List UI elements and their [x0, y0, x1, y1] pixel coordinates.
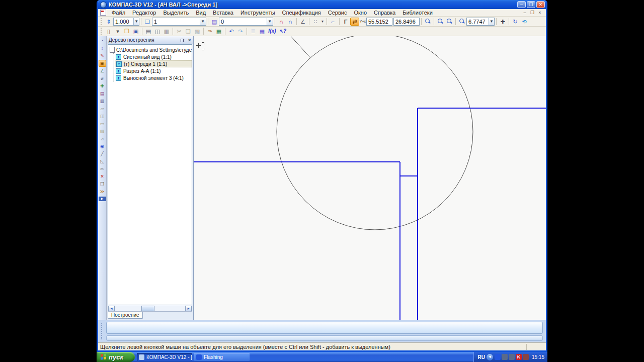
- tree-root-item[interactable]: C:\Documents and Settings\студе: [110, 46, 192, 53]
- insert-view-tool[interactable]: ◉: [99, 143, 106, 150]
- title-bar[interactable]: КОМПАС-3D V12 - [АЧ ВАЛ ->Спереди 1] – ❐…: [98, 0, 546, 9]
- toolbar-grip[interactable]: [101, 28, 103, 35]
- trim-tool[interactable]: ✂: [99, 165, 106, 172]
- geometry-tool[interactable]: ◔: [99, 37, 106, 44]
- zoom-out-icon[interactable]: [436, 18, 445, 26]
- angle-icon[interactable]: ∠: [298, 18, 307, 26]
- tree-item-2[interactable]: tРазрез А-А (1:1): [115, 67, 192, 74]
- snap-settings-icon[interactable]: ∩: [277, 18, 286, 26]
- paste-button[interactable]: ▧: [193, 27, 202, 35]
- context-help-button[interactable]: ↖?: [278, 27, 288, 35]
- network-icon-2[interactable]: [509, 354, 515, 360]
- drawing-canvas[interactable]: [194, 36, 546, 320]
- copy-button[interactable]: ❏: [184, 27, 193, 35]
- coord-x-field[interactable]: 55.5152: [366, 18, 392, 26]
- pan-icon[interactable]: ✚: [498, 18, 507, 26]
- constraints-tool[interactable]: ≫: [99, 188, 106, 195]
- scroll-left-icon[interactable]: ◄: [108, 306, 115, 311]
- chevron-down-icon[interactable]: ▼: [133, 18, 139, 25]
- menu-Вид[interactable]: Вид: [192, 9, 209, 16]
- task-button-0[interactable]: КОМПАС-3D V12 - [А...: [137, 353, 192, 361]
- tree-hscrollbar[interactable]: ◄ ►: [108, 305, 192, 312]
- ortho-drawing-icon[interactable]: Γ: [341, 18, 350, 26]
- zoom-combo[interactable]: ▼: [466, 18, 495, 26]
- reports-tool[interactable]: ▥: [99, 98, 106, 105]
- rebuild-icon[interactable]: ⟲: [520, 18, 529, 26]
- dimensions-tool[interactable]: ↕: [99, 45, 106, 52]
- toolbar-grip[interactable]: [101, 18, 103, 25]
- menu-Инструменты[interactable]: Инструменты: [237, 9, 279, 16]
- views-tool[interactable]: ▣: [99, 60, 106, 67]
- close-button[interactable]: ✕: [536, 1, 545, 8]
- refresh-view-icon[interactable]: ↻: [511, 18, 520, 26]
- hatch-tool[interactable]: ▨: [99, 128, 106, 135]
- properties-button[interactable]: ▦: [214, 27, 223, 35]
- scroll-track[interactable]: [115, 306, 185, 311]
- undo-button[interactable]: ↶: [227, 27, 236, 35]
- chevron-down-icon[interactable]: ▼: [489, 18, 494, 25]
- print-tool[interactable]: ▱: [99, 105, 106, 112]
- delete-tool[interactable]: ✕: [99, 173, 106, 180]
- menu-Окно[interactable]: Окно: [350, 9, 370, 16]
- zoom-input[interactable]: [467, 18, 489, 25]
- menu-Редактор[interactable]: Редактор: [129, 9, 159, 16]
- preview-button[interactable]: ◫: [153, 27, 162, 35]
- menu-Выделить[interactable]: Выделить: [159, 9, 192, 16]
- measure-tool[interactable]: ⌀: [99, 75, 106, 82]
- chevron-down-icon[interactable]: ▼: [320, 18, 325, 26]
- scale-input[interactable]: [114, 18, 133, 25]
- save-button[interactable]: ▣: [131, 27, 140, 35]
- tab-construction[interactable]: Построение: [108, 312, 143, 319]
- specification-tool[interactable]: ▤: [99, 90, 106, 97]
- redo-button[interactable]: ↷: [236, 27, 245, 35]
- view-number-combo[interactable]: ▼: [152, 18, 206, 26]
- layer-combo[interactable]: ▼: [219, 18, 273, 26]
- layer-input[interactable]: [219, 18, 267, 25]
- zoom-in-icon[interactable]: [445, 18, 454, 26]
- mdi-minimize-button[interactable]: –: [522, 10, 528, 15]
- copy-view-tool[interactable]: ◫: [99, 113, 106, 120]
- menu-Сервис[interactable]: Сервис: [325, 9, 351, 16]
- view-number-input[interactable]: [152, 18, 200, 25]
- frame-tool[interactable]: ▭: [99, 120, 106, 127]
- cut-button[interactable]: ✂: [175, 27, 184, 35]
- menu-Справка[interactable]: Справка: [370, 9, 399, 16]
- tree-item-3[interactable]: tВыносной элемент 3 (4:1): [115, 74, 192, 81]
- print-button[interactable]: ▤: [144, 27, 153, 35]
- triangle-tool[interactable]: ◺: [99, 158, 106, 165]
- network-icon[interactable]: [502, 354, 508, 360]
- scale-combo[interactable]: ▼: [113, 18, 139, 26]
- menu-Вставка[interactable]: Вставка: [209, 9, 237, 16]
- copy-tool[interactable]: ❐: [99, 180, 106, 188]
- local-cs-icon[interactable]: ⌐: [329, 18, 338, 26]
- menu-Файл[interactable]: Файл: [108, 9, 129, 16]
- chevron-down-icon[interactable]: ▼: [267, 18, 273, 25]
- tree-item-0[interactable]: tСистемный вид (1:1): [115, 53, 192, 60]
- format-brush-button[interactable]: ✑: [205, 27, 214, 35]
- mdi-restore-button[interactable]: ❐: [529, 10, 535, 15]
- tray-chevron-icon[interactable]: ◄: [487, 354, 493, 360]
- designations-tool[interactable]: ✎: [99, 52, 106, 59]
- page-setup-button[interactable]: ▥: [162, 27, 171, 35]
- variables-button[interactable]: ≣: [249, 27, 258, 35]
- menu-Библиотеки[interactable]: Библиотеки: [399, 9, 436, 16]
- coord-y-field[interactable]: 26.8496: [393, 18, 420, 26]
- snaps-toggle-icon[interactable]: ∩: [286, 18, 295, 26]
- property-message-field[interactable]: [106, 322, 543, 334]
- start-button[interactable]: пуск: [97, 352, 135, 362]
- rounding-mode-icon[interactable]: ⇄: [350, 18, 359, 26]
- archive-icon[interactable]: [523, 354, 529, 360]
- new-dropdown[interactable]: ▾: [113, 27, 122, 35]
- new-document-button[interactable]: ▯: [104, 27, 113, 35]
- minimize-button[interactable]: –: [517, 1, 526, 8]
- flashing-tray-icon[interactable]: [495, 354, 501, 360]
- zoom-area-icon[interactable]: [423, 18, 432, 26]
- restore-button[interactable]: ❐: [527, 1, 535, 8]
- language-indicator[interactable]: RU: [478, 354, 485, 360]
- menu-Спецификация[interactable]: Спецификация: [279, 9, 325, 16]
- segment-tool[interactable]: ╱: [99, 150, 106, 157]
- zoom-scale-icon[interactable]: [457, 18, 466, 26]
- parameterization-tool[interactable]: ∠: [99, 67, 106, 74]
- open-button[interactable]: ❒: [122, 27, 131, 35]
- fx-button[interactable]: f(x): [267, 27, 278, 35]
